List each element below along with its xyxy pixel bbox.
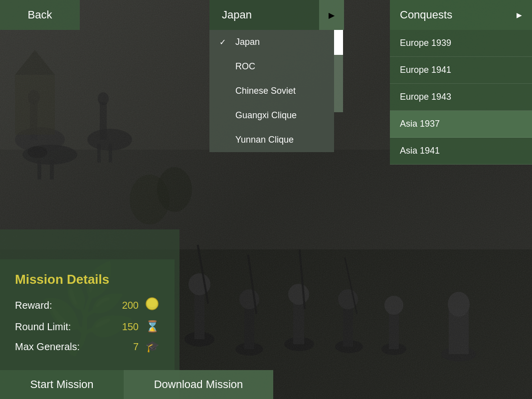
conquest-europe-1941-label: Europe 1941 [400, 65, 451, 75]
reward-value: 200 [122, 300, 139, 311]
back-label: Back [28, 8, 52, 21]
hourglass-icon: ⌛ [145, 320, 160, 333]
svg-point-43 [147, 298, 157, 307]
mission-details-panel: Mission Details Reward: 200 Round Limit:… [0, 259, 175, 370]
conquest-europe-1943[interactable]: Europe 1943 [390, 84, 532, 111]
back-button[interactable]: Back [0, 0, 80, 30]
faction-selected-label: Japan [222, 8, 252, 21]
faction-arrow-button[interactable]: ▶ [319, 0, 344, 30]
download-mission-button[interactable]: Download Mission [124, 370, 273, 399]
conquests-list: Europe 1939 Europe 1941 Europe 1943 Asia… [390, 30, 532, 165]
faction-menu: ✓ Japan ROC Chinese Soviet Guangxi Cliqu… [209, 30, 334, 152]
conquest-europe-1939-label: Europe 1939 [400, 38, 451, 48]
faction-label-roc: ROC [235, 61, 255, 72]
faction-arrow-icon: ▶ [329, 10, 335, 20]
faction-check-guangxi [219, 111, 229, 120]
conquest-asia-1937-label: Asia 1937 [400, 119, 440, 129]
faction-option-chinese-soviet[interactable]: Chinese Soviet [209, 79, 334, 103]
faction-selector[interactable]: Japan [209, 0, 319, 30]
faction-option-japan[interactable]: ✓ Japan [209, 30, 334, 54]
mission-stat-round-limit: Round Limit: 150 ⌛ [15, 320, 160, 333]
reward-label: Reward: [15, 300, 122, 311]
conquest-asia-1937[interactable]: Asia 1937 [390, 111, 532, 138]
mortarboard-icon: 🎓 [145, 340, 160, 353]
conquest-europe-1941[interactable]: Europe 1941 [390, 57, 532, 84]
conquests-arrow-icon: ▶ [517, 11, 522, 19]
conquests-panel: Conquests ▶ Europe 1939 Europe 1941 Euro… [390, 0, 532, 165]
faction-check-yunnan [219, 136, 229, 145]
download-mission-label: Download Mission [154, 378, 243, 391]
conquest-europe-1943-label: Europe 1943 [400, 92, 451, 102]
conquest-asia-1941[interactable]: Asia 1941 [390, 138, 532, 165]
mission-stat-reward: Reward: 200 [15, 297, 160, 313]
start-mission-label: Start Mission [30, 378, 93, 391]
mission-stat-max-generals: Max Generals: 7 🎓 [15, 340, 160, 353]
faction-label-japan: Japan [235, 37, 260, 47]
round-limit-label: Round Limit: [15, 321, 122, 333]
faction-check-chinese-soviet [219, 87, 229, 96]
faction-dropdown: Japan ▶ ✓ Japan ROC Chinese Soviet Guang… [209, 0, 344, 30]
faction-check-japan: ✓ [219, 37, 229, 47]
start-mission-button[interactable]: Start Mission [0, 370, 124, 399]
faction-option-roc[interactable]: ROC [209, 54, 334, 79]
mission-details-title: Mission Details [15, 272, 160, 287]
faction-scrollbar-thumb [334, 30, 343, 55]
faction-option-guangxi[interactable]: Guangxi Clique [209, 103, 334, 128]
faction-label-yunnan: Yunnan Clique [235, 135, 294, 145]
faction-label-guangxi: Guangxi Clique [235, 110, 297, 121]
conquest-europe-1939[interactable]: Europe 1939 [390, 30, 532, 57]
faction-check-roc [219, 62, 229, 71]
faction-scrollbar[interactable] [334, 30, 343, 112]
round-limit-value: 150 [122, 321, 139, 333]
conquest-asia-1941-label: Asia 1941 [400, 146, 440, 156]
max-generals-value: 7 [133, 341, 139, 353]
conquests-title: Conquests [400, 8, 452, 21]
faction-label-chinese-soviet: Chinese Soviet [235, 86, 296, 96]
faction-option-yunnan[interactable]: Yunnan Clique [209, 128, 334, 152]
coin-icon [145, 297, 160, 313]
conquests-header[interactable]: Conquests ▶ [390, 0, 532, 30]
max-generals-label: Max Generals: [15, 341, 133, 353]
bottom-buttons: Start Mission Download Mission [0, 370, 532, 399]
